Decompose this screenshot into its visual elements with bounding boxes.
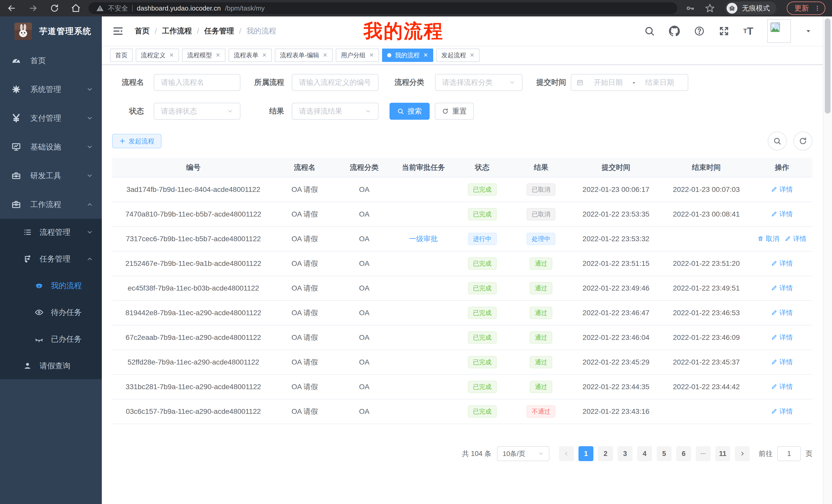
- ellipsis-icon: [700, 451, 706, 457]
- cell-name: OA 请假: [275, 276, 335, 301]
- refresh-table-button[interactable]: [794, 132, 812, 150]
- sidebar-item-my-process[interactable]: 我的流程: [0, 272, 102, 299]
- sidebar-item-devtools[interactable]: 研发工具: [0, 161, 102, 190]
- sidebar-toggle-icon[interactable]: [113, 26, 123, 36]
- status-select[interactable]: 请选择状态: [154, 103, 240, 120]
- detail-link[interactable]: 详情: [771, 259, 793, 268]
- sidebar-item-workflow[interactable]: 工作流程: [0, 190, 102, 219]
- sidebar-item-home[interactable]: 首页: [0, 46, 102, 75]
- current-task-link[interactable]: 一级审批: [409, 235, 438, 243]
- page-scrollbar[interactable]: [823, 17, 832, 504]
- tab-process-model[interactable]: 流程模型✕: [182, 49, 225, 62]
- tab-user-group[interactable]: 用户分组✕: [336, 49, 379, 62]
- table-row: 03c6c157-7b9a-11ec-a290-acde48001122 OA …: [112, 399, 812, 424]
- page-button-2[interactable]: 2: [598, 446, 613, 461]
- update-button[interactable]: 更新: [787, 2, 825, 15]
- fullscreen-icon[interactable]: [719, 26, 729, 36]
- process-name-input[interactable]: [154, 74, 240, 91]
- detail-link[interactable]: 详情: [785, 234, 806, 243]
- tab-close-icon[interactable]: ✕: [369, 52, 374, 58]
- tab-my-process[interactable]: 我的流程✕: [382, 49, 433, 62]
- page-button-4[interactable]: 4: [637, 446, 652, 461]
- breadcrumb-home[interactable]: 首页: [135, 26, 150, 36]
- search-button[interactable]: 搜索: [390, 103, 430, 120]
- page-button-1[interactable]: 1: [578, 446, 593, 461]
- forward-icon[interactable]: [28, 3, 38, 13]
- help-icon[interactable]: [694, 26, 705, 36]
- cancel-link[interactable]: 取消: [757, 234, 779, 243]
- tab-close-icon[interactable]: ✕: [470, 52, 474, 58]
- tab-process-form-edit[interactable]: 流程表单-编辑✕: [275, 49, 333, 62]
- password-key-icon[interactable]: [685, 4, 695, 13]
- home-icon[interactable]: [71, 3, 81, 13]
- reset-button[interactable]: 重置: [435, 103, 474, 120]
- start-process-button[interactable]: 发起流程: [112, 134, 161, 148]
- detail-link[interactable]: 详情: [771, 407, 793, 416]
- page-button-5[interactable]: 5: [657, 446, 672, 461]
- detail-link[interactable]: 详情: [771, 333, 793, 342]
- sidebar-item-leave-query[interactable]: 请假查询: [0, 353, 102, 379]
- tree-list-icon: [23, 228, 32, 236]
- sidebar-item-todo-tasks[interactable]: 待办任务: [0, 299, 102, 326]
- browser-menu-icon[interactable]: [814, 5, 821, 11]
- tab-close-icon[interactable]: ✕: [215, 52, 220, 58]
- cell-status: 已完成: [453, 325, 511, 350]
- back-icon[interactable]: [7, 3, 17, 13]
- reload-icon[interactable]: [50, 4, 59, 13]
- sidebar-item-pay[interactable]: 支付管理: [0, 104, 102, 133]
- url-bar[interactable]: 不安全 dashboard.yudao.iocoder.cn /bpm/task…: [88, 2, 677, 14]
- font-size-icon[interactable]: TT: [743, 25, 753, 37]
- detail-link[interactable]: 详情: [771, 382, 793, 391]
- cell-name: OA 请假: [275, 202, 335, 227]
- scrollbar-thumb[interactable]: [825, 19, 830, 114]
- page-button-3[interactable]: 3: [618, 446, 632, 461]
- tab-close-icon[interactable]: ✕: [169, 52, 174, 58]
- github-icon[interactable]: [669, 25, 680, 37]
- more-pages-button[interactable]: [696, 446, 711, 461]
- sidebar-item-process-mgmt[interactable]: 流程管理: [0, 219, 102, 246]
- sidebar-item-done-tasks[interactable]: 已办任务: [0, 326, 102, 353]
- detail-link[interactable]: 详情: [771, 209, 793, 219]
- submit-time-range-picker[interactable]: 开始日期 - 结束日期: [571, 74, 688, 91]
- sidebar-item-infra[interactable]: 基础设施: [0, 133, 102, 161]
- detail-link[interactable]: 详情: [771, 358, 793, 367]
- page-button-6[interactable]: 6: [676, 446, 691, 461]
- edit-pencil-icon: [771, 211, 777, 217]
- chevron-down-icon: [86, 172, 93, 179]
- breadcrumb-task-mgmt[interactable]: 任务管理: [204, 26, 234, 36]
- prev-page-button[interactable]: [559, 446, 574, 461]
- url-separator: [132, 5, 133, 11]
- tab-close-icon[interactable]: ✕: [423, 52, 428, 58]
- tab-process-form[interactable]: 流程表单✕: [229, 49, 272, 62]
- category-select[interactable]: 请选择流程分类: [435, 74, 522, 91]
- search-icon[interactable]: [644, 26, 655, 36]
- tab-process-definition[interactable]: 流程定义✕: [136, 49, 179, 62]
- page-size-select[interactable]: 10条/页: [497, 446, 549, 461]
- avatar[interactable]: [767, 19, 791, 43]
- bookmark-star-icon[interactable]: [705, 3, 715, 13]
- sidebar-item-label: 工作流程: [30, 199, 61, 210]
- cell-name: OA 请假: [275, 251, 335, 276]
- detail-link[interactable]: 详情: [771, 308, 793, 317]
- cell-result: 已取消: [511, 177, 571, 202]
- process-definition-input[interactable]: [292, 74, 379, 91]
- sidebar-item-task-mgmt[interactable]: 任务管理: [0, 246, 102, 272]
- toggle-search-button[interactable]: [768, 132, 787, 150]
- sidebar-item-system[interactable]: 系统管理: [0, 75, 102, 104]
- robot-face-icon: [34, 281, 44, 290]
- detail-link[interactable]: 详情: [771, 284, 793, 292]
- user-menu-caret-icon[interactable]: [805, 27, 812, 35]
- tab-close-icon[interactable]: ✕: [323, 52, 327, 58]
- chevron-down-icon: [86, 229, 93, 235]
- tab-close-icon[interactable]: ✕: [262, 52, 267, 58]
- next-page-button[interactable]: [735, 446, 750, 461]
- page-button-last[interactable]: 11: [715, 446, 730, 461]
- goto-page-input[interactable]: [777, 446, 801, 461]
- detail-link[interactable]: 详情: [771, 185, 793, 194]
- cell-actions: 详情: [752, 276, 812, 301]
- chevron-down-icon: [538, 451, 544, 456]
- tab-start-process[interactable]: 发起流程✕: [436, 49, 479, 62]
- result-select[interactable]: 请选择流结果: [292, 103, 379, 120]
- tab-home[interactable]: 首页: [110, 49, 133, 62]
- breadcrumb-workflow[interactable]: 工作流程: [162, 26, 192, 36]
